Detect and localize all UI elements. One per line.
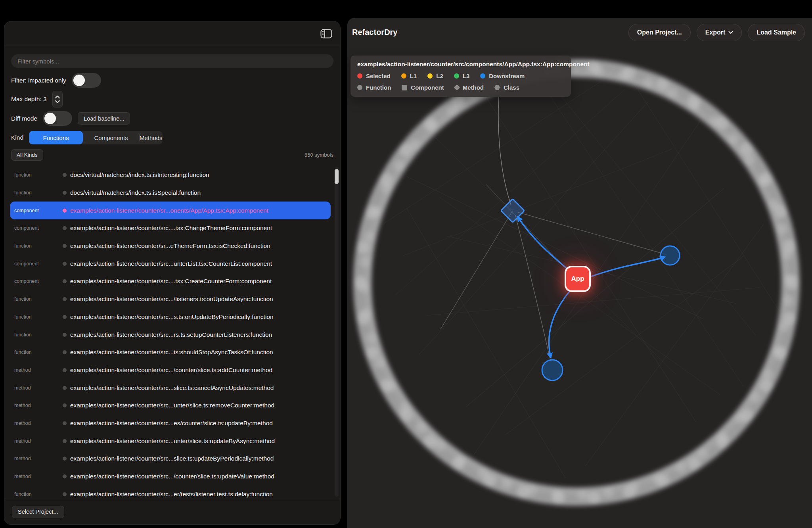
tooltip-title: examples/action-listener/counter/src/com… — [357, 61, 564, 68]
legend-item-component: Component — [402, 84, 444, 91]
legend-label: Function — [366, 84, 391, 91]
graph-node-method-diamond[interactable] — [501, 199, 524, 222]
sidebar-toggle-icon[interactable] — [320, 29, 332, 38]
symbol-kind-label: function — [14, 314, 63, 320]
symbol-kind-label: method — [14, 420, 63, 426]
symbol-row[interactable]: componentexamples/action-listener/counte… — [10, 255, 331, 273]
max-depth-stepper[interactable] — [52, 91, 63, 108]
symbol-path: examples/action-listener/counter/src...s… — [70, 384, 274, 392]
symbol-path: docs/virtual/matchers/index.ts:isInteres… — [70, 171, 209, 179]
legend-label: L3 — [463, 73, 470, 79]
legend-levels: SelectedL1L2L3Downstream — [357, 73, 564, 79]
symbol-row[interactable]: functionexamples/action-listener/counter… — [10, 290, 331, 308]
symbol-kind-dot — [63, 368, 67, 372]
symbol-row[interactable]: functionexamples/action-listener/counter… — [10, 485, 331, 499]
graph-node-downstream-bottom[interactable] — [542, 360, 563, 380]
export-button-label: Export — [705, 29, 726, 36]
load-baseline-button[interactable]: Load baseline... — [78, 112, 130, 125]
symbol-row[interactable]: methodexamples/action-listener/counter/s… — [10, 379, 331, 397]
symbol-row[interactable]: componentexamples/action-listener/counte… — [10, 273, 331, 290]
symbol-row[interactable]: functionexamples/action-listener/counter… — [10, 326, 331, 344]
export-button[interactable]: Export — [697, 24, 742, 41]
symbol-kind-dot — [63, 439, 67, 443]
upstream-edges — [440, 65, 667, 358]
kind-tab-components[interactable]: Components — [83, 131, 139, 144]
kind-tab-methods[interactable]: Methods — [140, 131, 163, 144]
symbol-path: examples/action-listener/counter/sr...eT… — [70, 242, 270, 250]
max-depth-label: Max depth: — [11, 96, 42, 102]
symbol-row[interactable]: methodexamples/action-listener/counter/s… — [10, 397, 331, 415]
kind-tab-functions[interactable]: Functions — [29, 131, 83, 144]
symbol-row[interactable]: methodexamples/action-listener/counter/s… — [10, 415, 331, 432]
symbol-kind-label: function — [14, 296, 63, 302]
legend-swatch-hexagon — [494, 85, 500, 90]
sidebar-panel: Filter: impacted only Max depth: 3 Diff … — [4, 21, 341, 525]
select-project-button[interactable]: Select Project... — [12, 506, 64, 518]
legend-label: Selected — [366, 73, 391, 79]
scrollbar-thumb[interactable] — [335, 169, 339, 184]
diff-mode-toggle[interactable] — [43, 111, 72, 126]
legend-swatch-diamond — [454, 84, 460, 91]
search-input[interactable] — [11, 54, 333, 68]
kind-label: Kind — [11, 134, 23, 141]
legend-item-selected: Selected — [357, 73, 391, 79]
chevron-down-icon — [728, 31, 733, 34]
scrollbar-track[interactable] — [335, 167, 339, 497]
legend-swatch-circle — [357, 85, 362, 90]
symbol-row[interactable]: methodexamples/action-listener/counter/s… — [10, 450, 331, 468]
load-sample-button[interactable]: Load Sample — [748, 24, 805, 41]
all-kinds-button[interactable]: All Kinds — [11, 149, 43, 161]
symbol-kind-dot — [63, 297, 67, 301]
symbol-row[interactable]: methodexamples/action-listener/counter/s… — [10, 432, 331, 450]
symbol-kind-dot — [63, 315, 67, 319]
legend-item-l3: L3 — [454, 73, 470, 79]
symbol-kind-label: function — [14, 190, 63, 196]
symbol-path: examples/action-listener/counter/src...u… — [70, 260, 272, 267]
symbol-kind-dot — [63, 226, 67, 230]
symbol-path: examples/action-listener/counter/src.../… — [70, 367, 272, 374]
symbol-path: examples/action-listener/counter/src.../… — [70, 473, 274, 480]
symbol-row[interactable]: componentexamples/action-listener/counte… — [10, 219, 331, 237]
symbol-kind-dot — [63, 209, 67, 213]
symbol-kind-label: component — [14, 261, 63, 267]
open-project-button[interactable]: Open Project... — [628, 24, 691, 41]
symbol-path: examples/action-listener/counter/src...r… — [70, 331, 272, 338]
symbol-path: examples/action-listener/counter/src....… — [70, 225, 272, 232]
symbol-row[interactable]: functiondocs/virtual/matchers/index.ts:i… — [10, 166, 331, 184]
symbol-kind-label: function — [14, 349, 63, 355]
symbol-path: examples/action-listener/counter/src...u… — [70, 438, 275, 445]
symbol-path: examples/action-listener/counter/src...e… — [70, 491, 273, 498]
symbol-row[interactable]: methodexamples/action-listener/counter/s… — [10, 361, 331, 379]
symbol-kind-label: method — [14, 367, 63, 373]
graph-node-downstream-right[interactable] — [661, 246, 680, 265]
page-title: RefactorDry — [352, 28, 397, 37]
symbol-row[interactable]: functionexamples/action-listener/counter… — [10, 344, 331, 361]
symbol-row[interactable]: methodexamples/action-listener/counter/s… — [10, 468, 331, 486]
legend-swatch-circle — [454, 73, 459, 79]
legend-label: Component — [411, 84, 444, 91]
symbol-row[interactable]: componentexamples/action-listener/counte… — [10, 202, 331, 219]
symbol-path: examples/action-listener/counter/src...t… — [70, 349, 273, 356]
chevron-up-icon[interactable] — [55, 95, 60, 99]
symbol-path: docs/virtual/matchers/index.ts:isSpecial… — [70, 189, 201, 196]
symbol-path: examples/action-listener/counter/src...s… — [70, 313, 274, 321]
symbol-path: examples/action-listener/counter/src...u… — [70, 402, 274, 409]
legend-label: Downstream — [489, 73, 525, 79]
legend-item-class: Class — [494, 84, 519, 91]
diff-mode-label: Diff mode — [11, 115, 37, 122]
symbol-row[interactable]: functionexamples/action-listener/counter… — [10, 308, 331, 326]
symbol-path: examples/action-listener/counter/src.../… — [70, 296, 273, 303]
symbol-path: examples/action-listener/counter/src...s… — [70, 455, 274, 462]
symbol-kind-dot — [63, 244, 67, 248]
legend-item-l1: L1 — [401, 73, 417, 79]
symbol-row[interactable]: functionexamples/action-listener/counter… — [10, 237, 331, 255]
legend-kinds: FunctionComponentMethodClass — [357, 84, 564, 91]
chevron-down-icon[interactable] — [55, 100, 60, 104]
toggle-knob — [73, 75, 85, 86]
symbol-kind-label: method — [14, 385, 63, 391]
selected-node-app[interactable]: App — [565, 266, 591, 292]
symbol-kind-dot — [63, 386, 67, 390]
impacted-only-toggle[interactable] — [72, 73, 101, 88]
legend-swatch-circle — [401, 73, 406, 79]
symbol-row[interactable]: functiondocs/virtual/matchers/index.ts:i… — [10, 184, 331, 202]
